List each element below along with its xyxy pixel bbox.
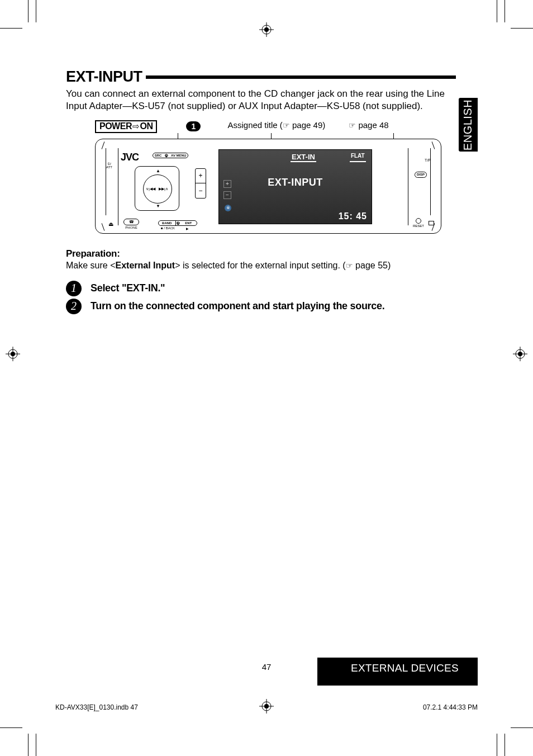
plus-icon: + [223, 180, 231, 188]
heading-rule [146, 75, 456, 79]
phone-icon: ☎ [123, 219, 139, 225]
att-label: ①/ ATT [106, 162, 112, 169]
step-row: 1 Select "EXT-IN." [66, 281, 456, 296]
bluetooth-icon: ※ [225, 205, 231, 211]
assigned-title-annotation: Assigned title (☞ page 49) [227, 120, 325, 130]
device-diagram: JVC SRC ⏻ AV MENU ①/ ATT ▲ ▼ ∨ꞁ◀◀ ▶▶ꞁ∧ +… [95, 139, 441, 235]
down-arrow-icon: ▼ [156, 204, 160, 209]
volume-rocker: + − [195, 168, 206, 199]
tp-label: T/P [425, 158, 431, 162]
power-label-post: ON [140, 121, 153, 131]
prev-track-icon: ∨ꞁ◀◀ [146, 187, 155, 191]
step-number-circle: 1 [66, 281, 82, 296]
registration-mark-icon [513, 347, 527, 361]
jvc-logo: JVC [121, 152, 139, 163]
step-number-circle: 2 [66, 299, 82, 314]
footer-filename: KD-AVX33[E]_0130.indb 47 [55, 703, 138, 711]
pointing-hand-icon: ☞ [346, 261, 353, 270]
up-arrow-icon: ▲ [156, 168, 160, 173]
language-tab: ENGLISH [459, 98, 478, 152]
preparation-text: Make sure <External Input> is selected f… [66, 261, 456, 271]
device-screen: EXT-IN FLAT + − ※ EXT-INPUT 15: 45 [218, 149, 372, 224]
minus-icon: − [223, 191, 231, 199]
reset-area: RESET [413, 218, 424, 228]
pointing-hand-icon: ☞ [349, 121, 356, 130]
band-ent-button: BAND ⏻ ENT [158, 220, 197, 226]
minus-icon: − [196, 183, 206, 198]
arrow-right-icon: ⇨ [132, 121, 140, 131]
step-text: Turn on the connected component and star… [91, 300, 384, 312]
heading-text: EXT-INPUT [66, 68, 142, 86]
ir-window-icon [429, 221, 434, 225]
footer-timestamp: 07.2.1 4:44:33 PM [423, 703, 478, 711]
step-row: 2 Turn on the connected component and st… [66, 299, 456, 314]
power-on-box: POWER ⇨ ON [95, 120, 157, 133]
step-text: Select "EXT-IN." [91, 282, 165, 294]
screen-source-label: EXT-IN [291, 153, 316, 162]
power-label-pre: POWER [99, 121, 132, 131]
reset-hole-icon [416, 218, 421, 224]
registration-mark-icon [259, 22, 274, 37]
callout-number: 1 [186, 121, 201, 131]
src-avmenu-button: SRC ⏻ AV MENU [153, 153, 188, 158]
pointing-hand-icon: ☞ [283, 121, 290, 130]
band-sub-labels: ■ / BACK ▶ [158, 226, 197, 230]
next-track-icon: ▶▶ꞁ∧ [159, 187, 168, 191]
page-ref-right: ☞ page 48 [349, 120, 388, 130]
section-footer: EXTERNAL DEVICES [317, 658, 478, 686]
eject-icon: ⏏ [108, 221, 113, 227]
preparation-heading: Preparation: [66, 248, 456, 259]
disp-button: DISP [415, 172, 427, 178]
registration-mark-icon [6, 347, 20, 361]
phone-button-area: ☎ PHONE [123, 219, 139, 229]
screen-eq-label: FLAT [350, 153, 366, 162]
section-heading: EXT-INPUT [66, 68, 456, 86]
plus-icon: + [196, 169, 206, 184]
language-label: ENGLISH [462, 99, 475, 150]
dpad: ▲ ▼ ∨ꞁ◀◀ ▶▶ꞁ∧ [135, 166, 179, 211]
intro-paragraph: You can connect an external component to… [66, 88, 456, 112]
registration-mark-icon [259, 699, 274, 714]
screen-clock: 15: 45 [339, 211, 367, 221]
screen-main-text: EXT-INPUT [219, 177, 372, 188]
